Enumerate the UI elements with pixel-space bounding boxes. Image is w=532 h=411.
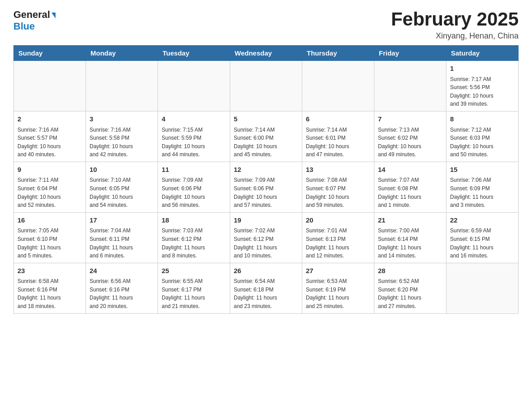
day-info: Sunrise: 7:05 AMSunset: 6:10 PMDaylight:…	[17, 227, 82, 260]
day-cell: 16Sunrise: 7:05 AMSunset: 6:10 PMDayligh…	[14, 212, 86, 263]
day-number: 23	[17, 266, 82, 276]
day-cell: 28Sunrise: 6:52 AMSunset: 6:20 PMDayligh…	[374, 263, 446, 313]
day-number: 22	[450, 215, 515, 226]
day-cell	[374, 61, 446, 111]
day-cell: 20Sunrise: 7:01 AMSunset: 6:13 PMDayligh…	[302, 212, 374, 263]
week-row-1: 1Sunrise: 7:17 AMSunset: 5:56 PMDaylight…	[14, 61, 519, 111]
day-info: Sunrise: 7:09 AMSunset: 6:06 PMDaylight:…	[234, 176, 298, 209]
day-cell: 3Sunrise: 7:16 AMSunset: 5:58 PMDaylight…	[86, 111, 158, 162]
day-cell: 17Sunrise: 7:04 AMSunset: 6:11 PMDayligh…	[86, 212, 158, 263]
day-cell: 27Sunrise: 6:53 AMSunset: 6:19 PMDayligh…	[302, 263, 374, 313]
day-cell: 21Sunrise: 7:00 AMSunset: 6:14 PMDayligh…	[374, 212, 446, 263]
day-info: Sunrise: 6:58 AMSunset: 6:16 PMDaylight:…	[17, 277, 82, 310]
day-info: Sunrise: 7:09 AMSunset: 6:06 PMDaylight:…	[162, 176, 226, 209]
day-cell: 4Sunrise: 7:15 AMSunset: 5:59 PMDaylight…	[158, 111, 230, 162]
logo-arrow-icon	[51, 13, 56, 18]
day-number: 18	[162, 215, 226, 226]
day-number: 24	[90, 266, 154, 276]
day-number: 1	[450, 64, 515, 74]
day-number: 26	[234, 266, 298, 276]
day-number: 20	[306, 215, 370, 226]
day-info: Sunrise: 7:06 AMSunset: 6:09 PMDaylight:…	[450, 176, 515, 209]
month-title: February 2025	[391, 9, 519, 30]
day-info: Sunrise: 7:07 AMSunset: 6:08 PMDaylight:…	[378, 176, 442, 209]
day-cell	[230, 61, 302, 111]
day-info: Sunrise: 7:14 AMSunset: 6:00 PMDaylight:…	[234, 126, 298, 159]
day-cell: 6Sunrise: 7:14 AMSunset: 6:01 PMDaylight…	[302, 111, 374, 162]
day-info: Sunrise: 7:13 AMSunset: 6:02 PMDaylight:…	[378, 126, 442, 159]
weekday-header-saturday: Saturday	[446, 46, 519, 61]
day-info: Sunrise: 6:56 AMSunset: 6:16 PMDaylight:…	[90, 277, 154, 310]
day-number: 14	[378, 165, 442, 175]
day-info: Sunrise: 6:55 AMSunset: 6:17 PMDaylight:…	[162, 277, 226, 310]
day-cell: 26Sunrise: 6:54 AMSunset: 6:18 PMDayligh…	[230, 263, 302, 313]
day-info: Sunrise: 7:04 AMSunset: 6:11 PMDaylight:…	[90, 227, 154, 260]
day-info: Sunrise: 7:16 AMSunset: 5:57 PMDaylight:…	[17, 126, 82, 159]
logo: General Blue	[13, 9, 56, 32]
day-cell: 7Sunrise: 7:13 AMSunset: 6:02 PMDaylight…	[374, 111, 446, 162]
day-number: 13	[306, 165, 370, 175]
day-info: Sunrise: 7:03 AMSunset: 6:12 PMDaylight:…	[162, 227, 226, 260]
day-cell: 14Sunrise: 7:07 AMSunset: 6:08 PMDayligh…	[374, 162, 446, 212]
day-number: 25	[162, 266, 226, 276]
day-number: 16	[17, 215, 82, 226]
day-info: Sunrise: 7:14 AMSunset: 6:01 PMDaylight:…	[306, 126, 370, 159]
day-info: Sunrise: 7:17 AMSunset: 5:56 PMDaylight:…	[450, 75, 515, 108]
day-info: Sunrise: 6:52 AMSunset: 6:20 PMDaylight:…	[378, 277, 442, 310]
day-number: 15	[450, 165, 515, 175]
day-number: 11	[162, 165, 226, 175]
weekday-header-monday: Monday	[86, 46, 158, 61]
day-cell: 2Sunrise: 7:16 AMSunset: 5:57 PMDaylight…	[14, 111, 86, 162]
day-info: Sunrise: 7:11 AMSunset: 6:04 PMDaylight:…	[17, 176, 82, 209]
day-cell: 23Sunrise: 6:58 AMSunset: 6:16 PMDayligh…	[14, 263, 86, 313]
day-cell: 18Sunrise: 7:03 AMSunset: 6:12 PMDayligh…	[158, 212, 230, 263]
day-info: Sunrise: 6:53 AMSunset: 6:19 PMDaylight:…	[306, 277, 370, 310]
day-number: 10	[90, 165, 154, 175]
logo-general: General	[13, 9, 50, 21]
calendar-table: SundayMondayTuesdayWednesdayThursdayFrid…	[13, 45, 519, 313]
weekday-header-row: SundayMondayTuesdayWednesdayThursdayFrid…	[14, 46, 519, 61]
title-section: February 2025 Xinyang, Henan, China	[391, 9, 519, 41]
day-number: 2	[17, 114, 82, 124]
weekday-header-thursday: Thursday	[302, 46, 374, 61]
day-number: 9	[17, 165, 82, 175]
week-row-3: 9Sunrise: 7:11 AMSunset: 6:04 PMDaylight…	[14, 162, 519, 212]
day-cell	[14, 61, 86, 111]
day-number: 27	[306, 266, 370, 276]
day-cell	[302, 61, 374, 111]
day-number: 19	[234, 215, 298, 226]
day-cell: 5Sunrise: 7:14 AMSunset: 6:00 PMDaylight…	[230, 111, 302, 162]
week-row-2: 2Sunrise: 7:16 AMSunset: 5:57 PMDaylight…	[14, 111, 519, 162]
day-info: Sunrise: 6:59 AMSunset: 6:15 PMDaylight:…	[450, 227, 515, 260]
day-cell: 10Sunrise: 7:10 AMSunset: 6:05 PMDayligh…	[86, 162, 158, 212]
day-number: 3	[90, 114, 154, 124]
location: Xinyang, Henan, China	[391, 31, 519, 41]
day-cell: 22Sunrise: 6:59 AMSunset: 6:15 PMDayligh…	[446, 212, 519, 263]
day-cell: 8Sunrise: 7:12 AMSunset: 6:03 PMDaylight…	[446, 111, 519, 162]
day-cell: 1Sunrise: 7:17 AMSunset: 5:56 PMDaylight…	[446, 61, 519, 111]
day-number: 8	[450, 114, 515, 124]
day-info: Sunrise: 7:01 AMSunset: 6:13 PMDaylight:…	[306, 227, 370, 260]
week-row-4: 16Sunrise: 7:05 AMSunset: 6:10 PMDayligh…	[14, 212, 519, 263]
weekday-header-tuesday: Tuesday	[158, 46, 230, 61]
day-info: Sunrise: 7:16 AMSunset: 5:58 PMDaylight:…	[90, 126, 154, 159]
day-info: Sunrise: 6:54 AMSunset: 6:18 PMDaylight:…	[234, 277, 298, 310]
day-cell: 25Sunrise: 6:55 AMSunset: 6:17 PMDayligh…	[158, 263, 230, 313]
logo-blue: Blue	[13, 21, 35, 32]
page-header: General Blue February 2025 Xinyang, Hena…	[13, 9, 519, 41]
day-number: 6	[306, 114, 370, 124]
day-number: 21	[378, 215, 442, 226]
day-number: 28	[378, 266, 442, 276]
day-info: Sunrise: 7:15 AMSunset: 5:59 PMDaylight:…	[162, 126, 226, 159]
day-number: 4	[162, 114, 226, 124]
day-info: Sunrise: 7:10 AMSunset: 6:05 PMDaylight:…	[90, 176, 154, 209]
weekday-header-wednesday: Wednesday	[230, 46, 302, 61]
weekday-header-sunday: Sunday	[14, 46, 86, 61]
day-info: Sunrise: 7:00 AMSunset: 6:14 PMDaylight:…	[378, 227, 442, 260]
day-cell: 9Sunrise: 7:11 AMSunset: 6:04 PMDaylight…	[14, 162, 86, 212]
day-cell	[446, 263, 519, 313]
day-info: Sunrise: 7:02 AMSunset: 6:12 PMDaylight:…	[234, 227, 298, 260]
day-number: 5	[234, 114, 298, 124]
day-info: Sunrise: 7:12 AMSunset: 6:03 PMDaylight:…	[450, 126, 515, 159]
day-cell: 13Sunrise: 7:08 AMSunset: 6:07 PMDayligh…	[302, 162, 374, 212]
